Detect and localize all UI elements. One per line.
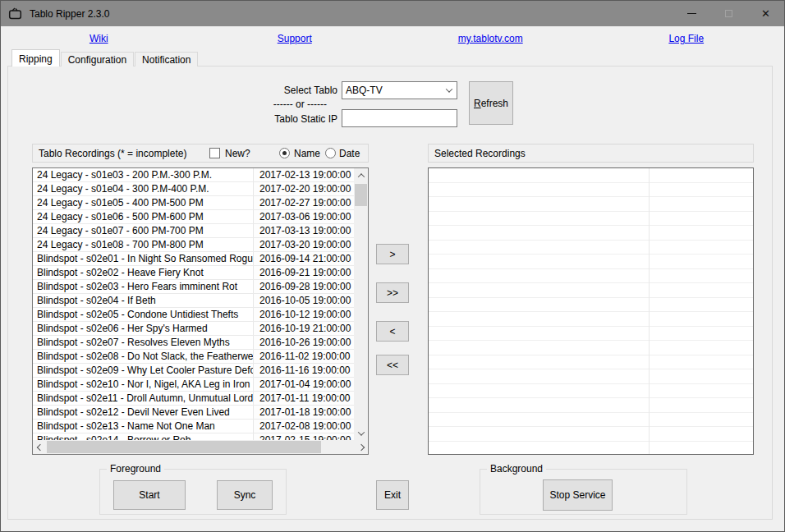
new-checkbox[interactable] <box>209 148 220 158</box>
scroll-right-icon[interactable] <box>354 440 368 454</box>
stop-service-button[interactable]: Stop Service <box>543 479 613 511</box>
recording-name: Blindspot - s02e13 - Name Not One Man <box>33 420 254 433</box>
recording-date: 2016-10-19 21:00:00 <box>254 322 354 335</box>
empty-grid-row <box>429 197 753 212</box>
selected-header-strip: Selected Recordings <box>428 144 754 163</box>
recording-row[interactable]: 24 Legacy - s01e04 - 300 P.M-400 P.M.201… <box>33 182 354 196</box>
vertical-scrollbar[interactable] <box>354 168 368 440</box>
horizontal-scrollbar[interactable] <box>33 440 368 454</box>
recording-date: 2016-09-28 19:00:00 <box>254 280 354 293</box>
recording-date: 2017-02-13 19:00:00 <box>254 168 354 181</box>
recording-date: 2016-11-02 19:00:00 <box>254 350 354 363</box>
sort-name-label[interactable]: Name <box>294 148 320 159</box>
start-button[interactable]: Start <box>113 480 186 510</box>
recording-row[interactable]: 24 Legacy - s01e08 - 700 PM-800 PM2017-0… <box>33 238 354 252</box>
recording-row[interactable]: 24 Legacy - s01e03 - 200 P.M.-300 P.M.20… <box>33 168 354 182</box>
recording-row[interactable]: 24 Legacy - s01e05 - 400 PM-500 PM2017-0… <box>33 196 354 210</box>
static-ip-label: Tablo Static IP <box>264 113 337 125</box>
recording-row[interactable]: Blindspot - s02e01 - In Night So Ransome… <box>33 252 354 266</box>
add-selected-button[interactable]: > <box>376 244 409 264</box>
recording-row[interactable]: Blindspot - s02e10 - Nor I, Nigel, AKA L… <box>33 378 354 392</box>
tab-strip: Ripping Configuration Notification <box>11 49 199 66</box>
scroll-up-icon[interactable] <box>354 168 368 182</box>
recording-row[interactable]: Blindspot - s02e13 - Name Not One Man201… <box>33 420 354 433</box>
recordings-list[interactable]: 24 Legacy - s01e03 - 200 P.M.-300 P.M.20… <box>32 167 369 455</box>
window-controls: ✕ <box>673 1 784 26</box>
recording-name: Blindspot - s02e11 - Droll Autumn, Unmut… <box>33 392 254 405</box>
empty-grid-row <box>429 369 753 384</box>
sort-date-label[interactable]: Date <box>339 148 360 159</box>
maximize-button[interactable] <box>710 1 747 26</box>
recording-row[interactable]: Blindspot - s02e06 - Her Spy's Harmed201… <box>33 322 354 336</box>
recording-name: 24 Legacy - s01e08 - 700 PM-800 PM <box>33 238 254 251</box>
mytablotv-link[interactable]: my.tablotv.com <box>392 33 589 47</box>
support-link[interactable]: Support <box>197 33 393 47</box>
empty-grid-row <box>429 341 753 355</box>
recording-name: 24 Legacy - s01e03 - 200 P.M.-300 P.M. <box>33 168 254 181</box>
recording-row[interactable]: 24 Legacy - s01e07 - 600 PM-700 PM2017-0… <box>33 224 354 238</box>
scroll-left-icon[interactable] <box>33 440 47 454</box>
recording-row[interactable]: Blindspot - s02e05 - Condone Untidiest T… <box>33 308 354 322</box>
horizontal-scroll-thumb[interactable] <box>47 441 321 453</box>
recording-row[interactable]: Blindspot - s02e11 - Droll Autumn, Unmut… <box>33 392 354 406</box>
recording-name: Blindspot - s02e08 - Do Not Slack, the F… <box>33 350 254 363</box>
tablo-select-value: ABQ-TV <box>342 85 442 96</box>
recording-name: Blindspot - s02e04 - If Beth <box>33 294 254 307</box>
recording-name: 24 Legacy - s01e07 - 600 PM-700 PM <box>33 224 254 237</box>
recording-row[interactable]: Blindspot - s02e02 - Heave Fiery Knot201… <box>33 266 354 280</box>
empty-grid-row <box>429 283 753 298</box>
chevron-down-icon <box>442 88 457 93</box>
empty-grid-row <box>429 312 753 327</box>
recording-row[interactable]: Blindspot - s02e12 - Devil Never Even Li… <box>33 406 354 420</box>
recording-date: 2017-01-11 19:00:00 <box>254 392 354 405</box>
refresh-button[interactable]: Refresh <box>469 81 513 125</box>
recording-date: 2016-10-26 19:00:00 <box>254 336 354 349</box>
empty-grid-row <box>429 413 753 428</box>
recording-date: 2017-03-06 19:00:00 <box>254 210 354 223</box>
minimize-icon <box>687 13 696 14</box>
remove-selected-button[interactable]: < <box>376 321 409 342</box>
scroll-down-icon[interactable] <box>354 426 368 440</box>
recording-row[interactable]: Blindspot - s02e09 - Why Let Cooler Past… <box>33 364 354 378</box>
tab-configuration[interactable]: Configuration <box>61 52 134 66</box>
recording-row[interactable]: Blindspot - s02e07 - Resolves Eleven Myt… <box>33 336 354 350</box>
exit-button[interactable]: Exit <box>376 480 409 510</box>
wiki-link[interactable]: Wiki <box>1 33 197 47</box>
log-file-link[interactable]: Log File <box>589 33 785 47</box>
selected-recordings-grid[interactable] <box>428 167 754 455</box>
grid-column-divider <box>649 168 650 454</box>
recording-date: 2017-01-04 19:00:00 <box>254 378 354 391</box>
tab-notification[interactable]: Notification <box>135 52 198 66</box>
minimize-button[interactable] <box>673 1 710 26</box>
recording-row[interactable]: Blindspot - s02e03 - Hero Fears imminent… <box>33 280 354 294</box>
recording-name: Blindspot - s02e14 - Borrow or Rob <box>33 433 254 440</box>
sort-date-radio[interactable] <box>325 148 336 158</box>
tablo-select-dropdown[interactable]: ABQ-TV <box>342 81 457 99</box>
recording-row[interactable]: Blindspot - s02e04 - If Beth2016-10-05 1… <box>33 294 354 308</box>
static-ip-input[interactable] <box>342 109 457 127</box>
recording-row[interactable]: 24 Legacy - s01e06 - 500 PM-600 PM2017-0… <box>33 210 354 224</box>
empty-grid-row <box>429 212 753 227</box>
recording-row[interactable]: Blindspot - s02e08 - Do Not Slack, the F… <box>33 350 354 364</box>
empty-grid-row <box>429 384 753 399</box>
new-checkbox-label[interactable]: New? <box>225 148 250 159</box>
titlebar: Tablo Ripper 2.3.0 ✕ <box>1 1 784 26</box>
tab-ripping[interactable]: Ripping <box>11 49 60 66</box>
vertical-scroll-thumb[interactable] <box>355 184 367 206</box>
recording-date: 2017-02-27 19:00:00 <box>254 196 354 209</box>
recording-name: 24 Legacy - s01e05 - 400 PM-500 PM <box>33 196 254 209</box>
recordings-header-strip: Tablo Recordings (* = incomplete) New? N… <box>32 144 369 163</box>
recording-date: 2016-10-05 19:00:00 <box>254 294 354 307</box>
recording-name: 24 Legacy - s01e04 - 300 P.M-400 P.M. <box>33 182 254 195</box>
sort-name-radio[interactable] <box>279 148 290 158</box>
recording-row[interactable]: Blindspot - s02e14 - Borrow or Rob2017-0… <box>33 433 354 440</box>
remove-all-button[interactable]: << <box>376 355 409 375</box>
close-button[interactable]: ✕ <box>747 1 784 26</box>
sync-button[interactable]: Sync <box>217 480 273 510</box>
recordings-list-rows: 24 Legacy - s01e03 - 200 P.M.-300 P.M.20… <box>33 168 354 440</box>
recording-name: Blindspot - s02e10 - Nor I, Nigel, AKA L… <box>33 378 254 391</box>
add-all-button[interactable]: >> <box>376 282 409 303</box>
recording-date: 2016-09-21 19:00:00 <box>254 266 354 279</box>
selected-grid-rows <box>429 168 753 455</box>
tv-icon <box>8 7 22 20</box>
